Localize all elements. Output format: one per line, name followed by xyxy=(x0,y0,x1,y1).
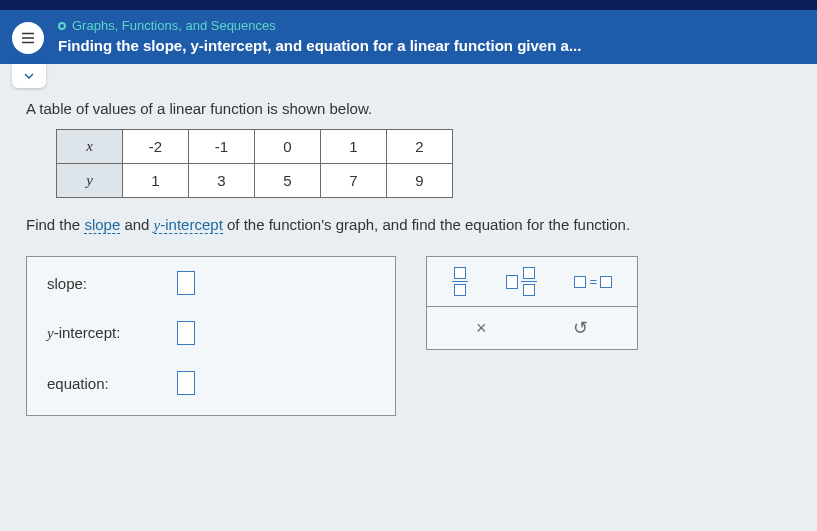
y-intercept-term-link[interactable]: y-intercept xyxy=(154,216,223,234)
tool-row-controls: × ↺ xyxy=(426,306,638,350)
fraction-tool[interactable] xyxy=(452,267,468,296)
table-cell: -2 xyxy=(123,130,189,164)
y-intercept-input[interactable] xyxy=(177,321,195,345)
y-intercept-row: y-intercept: xyxy=(47,321,375,345)
table-cell: 2 xyxy=(387,130,453,164)
y-header: y xyxy=(57,164,123,198)
content-area: A table of values of a linear function i… xyxy=(0,88,817,436)
table-cell: 1 xyxy=(123,164,189,198)
values-table: x -2 -1 0 1 2 y 1 3 5 7 9 xyxy=(56,129,453,198)
work-area: slope: y-intercept: equation: xyxy=(26,256,791,416)
breadcrumb-label: Graphs, Functions, and Sequences xyxy=(72,18,276,33)
equation-icon: = xyxy=(574,274,612,289)
equation-tool[interactable]: = xyxy=(574,274,612,289)
slope-row: slope: xyxy=(47,271,375,295)
intercept-rest: -intercept xyxy=(160,216,223,233)
math-toolbox: = × ↺ xyxy=(426,256,638,350)
menu-button[interactable] xyxy=(12,22,44,54)
header: Graphs, Functions, and Sequences Finding… xyxy=(0,10,817,64)
equation-label: equation: xyxy=(47,375,177,392)
table-cell: 7 xyxy=(321,164,387,198)
table-row: y 1 3 5 7 9 xyxy=(57,164,453,198)
equation-row: equation: xyxy=(47,371,375,395)
x-header: x xyxy=(57,130,123,164)
table-row: x -2 -1 0 1 2 xyxy=(57,130,453,164)
table-cell: 3 xyxy=(189,164,255,198)
mixed-fraction-icon xyxy=(506,267,537,296)
table-cell: 1 xyxy=(321,130,387,164)
breadcrumb-dot-icon xyxy=(58,22,66,30)
slope-term-link[interactable]: slope xyxy=(84,216,120,234)
tool-row-templates: = xyxy=(426,256,638,306)
table-cell: -1 xyxy=(189,130,255,164)
question-part: and xyxy=(120,216,153,233)
window-top-bar xyxy=(0,0,817,10)
expand-tab[interactable] xyxy=(12,64,46,88)
page-title: Finding the slope, y-intercept, and equa… xyxy=(58,37,805,54)
question-text: Find the slope and y-intercept of the fu… xyxy=(26,216,791,234)
chevron-down-icon xyxy=(21,68,37,84)
table-cell: 0 xyxy=(255,130,321,164)
breadcrumb[interactable]: Graphs, Functions, and Sequences xyxy=(58,18,805,33)
answer-box: slope: y-intercept: equation: xyxy=(26,256,396,416)
question-part: Find the xyxy=(26,216,84,233)
table-cell: 9 xyxy=(387,164,453,198)
slope-input[interactable] xyxy=(177,271,195,295)
clear-button[interactable]: × xyxy=(476,318,487,339)
question-part: of the function's graph, and find the eq… xyxy=(223,216,630,233)
reset-button[interactable]: ↺ xyxy=(573,317,588,339)
close-icon: × xyxy=(476,318,487,339)
equation-input[interactable] xyxy=(177,371,195,395)
mixed-fraction-tool[interactable] xyxy=(506,267,537,296)
hamburger-icon xyxy=(19,29,37,47)
table-cell: 5 xyxy=(255,164,321,198)
slope-label: slope: xyxy=(47,275,177,292)
y-intercept-label: y-intercept: xyxy=(47,324,177,342)
undo-icon: ↺ xyxy=(573,317,588,339)
fraction-icon xyxy=(452,267,468,296)
prompt-text: A table of values of a linear function i… xyxy=(26,100,791,117)
